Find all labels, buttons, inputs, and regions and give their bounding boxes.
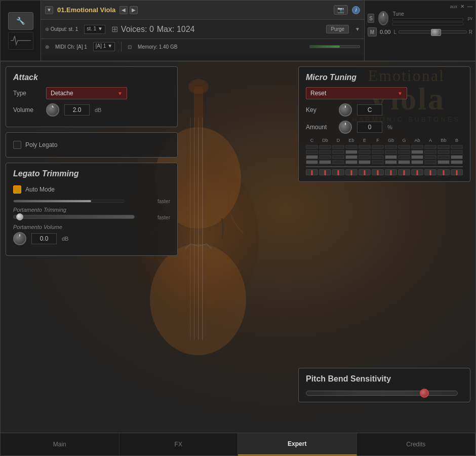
portamento-trim-thumb[interactable]	[16, 213, 23, 220]
faster-label-1: faster	[157, 199, 170, 204]
tuning-cell	[398, 145, 410, 149]
tuning-col-upper-Gb[interactable]	[385, 145, 397, 164]
waveform-icon	[8, 32, 33, 50]
mute-button[interactable]: M	[368, 27, 377, 36]
tab-main[interactable]: Main	[1, 433, 120, 455]
legato-section: Legato Trimming Auto Mode faster Portame…	[6, 163, 178, 256]
tuning-cell	[424, 145, 437, 149]
tuning-slider-B[interactable]	[451, 169, 463, 175]
tuning-col-upper-C[interactable]	[306, 145, 318, 164]
tuning-cell	[424, 155, 437, 159]
poly-legato-section: Poly Legato	[6, 132, 178, 158]
volume-value-box[interactable]: 2.0	[64, 104, 90, 116]
tuning-slider-Eb[interactable]	[345, 169, 358, 175]
key-value-box[interactable]: C	[357, 104, 382, 116]
master-knob[interactable]	[378, 11, 388, 25]
left-panel: Attack Type Detache ▼ Volume 2.0 dB	[6, 66, 178, 261]
nav-arrows: ◀ ▶	[120, 6, 138, 14]
key-knob[interactable]	[339, 103, 352, 117]
midi-ch-value: MIDI Ch: [A] 1	[55, 44, 87, 50]
tuning-col-upper-D[interactable]	[332, 145, 344, 164]
nav-prev-button[interactable]: ◀	[120, 6, 128, 14]
tuning-cell	[398, 155, 410, 159]
tuning-col-upper-G[interactable]	[398, 145, 410, 164]
attack-title: Attack	[13, 73, 170, 82]
poly-legato-label: Poly Legato	[25, 141, 57, 148]
tuning-col-upper-Bb[interactable]	[438, 145, 450, 164]
settings-icon[interactable]: 🔧	[8, 12, 33, 30]
level-bar-r	[392, 22, 463, 25]
tuning-col-upper-Eb[interactable]	[345, 145, 358, 164]
nav-triangle-icon[interactable]: ▼	[45, 6, 53, 14]
right-panel: Micro Tuning Reset ▼ Key C	[298, 66, 470, 187]
portamento-vol-knob[interactable]	[13, 232, 26, 245]
pitch-bend-thumb[interactable]	[420, 389, 429, 398]
attack-section: Attack Type Detache ▼ Volume 2.0 dB	[6, 66, 178, 127]
tuning-cell	[438, 160, 450, 164]
tuning-col-upper-B[interactable]	[451, 145, 463, 164]
note-key-Gb: Gb	[385, 138, 397, 143]
type-dropdown[interactable]: Detache ▼	[46, 87, 127, 99]
tuning-cell	[332, 150, 344, 154]
purge-button[interactable]: Purge	[326, 25, 349, 33]
tuning-col-upper-E[interactable]	[359, 145, 371, 164]
tuning-col-upper-Db[interactable]	[319, 145, 331, 164]
tuning-cell	[424, 150, 437, 154]
tuning-col-upper-Ab[interactable]	[411, 145, 423, 164]
key-row: Key C	[306, 103, 463, 117]
tuning-slider-C[interactable]	[306, 169, 318, 175]
micro-tuning-title: Micro Tuning	[306, 73, 463, 82]
portamento-trimming-label: Portamento Trimming	[13, 207, 170, 213]
volume-knob[interactable]	[46, 103, 59, 117]
tuning-cell	[385, 155, 397, 159]
tuning-slider-Db[interactable]	[319, 169, 331, 175]
tuning-slider-A[interactable]	[424, 169, 437, 175]
tuning-cell	[332, 155, 344, 159]
amount-value-box[interactable]: 0	[357, 122, 382, 133]
tuning-cell	[451, 155, 463, 159]
tuning-cell	[372, 160, 384, 164]
tuning-slider-G[interactable]	[398, 169, 410, 175]
svg-point-8	[188, 79, 209, 94]
auto-mode-label: Auto Mode	[25, 186, 55, 193]
portamento-volume-row: 0.0 dB	[13, 232, 170, 245]
max-value: Max: 1024	[157, 25, 195, 34]
level-bar-l	[392, 18, 463, 21]
tuning-cell	[359, 155, 371, 159]
tab-fx[interactable]: FX	[120, 433, 239, 455]
portamento-trim-slider[interactable]	[13, 215, 135, 219]
tuning-slider-Bb[interactable]	[438, 169, 450, 175]
info-button[interactable]: i	[352, 6, 360, 14]
tab-credits[interactable]: Credits	[357, 433, 476, 455]
tuning-cell	[306, 150, 318, 154]
tuning-slider-Ab[interactable]	[411, 169, 423, 175]
tuning-indicator-icon	[351, 170, 352, 175]
auto-mode-checkbox[interactable]	[13, 185, 21, 194]
tuning-slider-E[interactable]	[359, 169, 371, 175]
tuning-col-upper-A[interactable]	[424, 145, 437, 164]
tuning-slider-D[interactable]	[332, 169, 344, 175]
nav-next-button[interactable]: ▶	[130, 6, 138, 14]
tuning-cell	[372, 150, 384, 154]
tuning-cell	[411, 150, 423, 154]
micro-tuning-preset-dropdown[interactable]: Reset ▼	[306, 87, 407, 99]
poly-legato-row: Poly Legato	[13, 139, 170, 151]
pitch-bend-slider[interactable]	[306, 391, 458, 396]
note-key-Bb: Bb	[438, 138, 450, 143]
amount-knob[interactable]	[339, 121, 352, 134]
camera-button[interactable]: 📷	[334, 5, 348, 15]
tuning-cell	[319, 160, 331, 164]
tuning-col-upper-F[interactable]	[372, 145, 384, 164]
tune-label: Tune	[392, 11, 463, 17]
tab-expert[interactable]: Expert	[238, 433, 357, 455]
tuning-slider-F[interactable]	[372, 169, 384, 175]
output-label: ⊕	[45, 26, 51, 32]
solo-button[interactable]: S	[368, 14, 374, 23]
tuning-slider-Gb[interactable]	[385, 169, 397, 175]
output-select[interactable]: st. 1 ▼	[84, 25, 105, 34]
main-content: Emotional Viola HARMONIC SUBTONES Attack…	[1, 61, 475, 433]
midi-select[interactable]: [A] 1 ▼	[93, 42, 115, 51]
memory-value: Memory: 1.40 GB	[138, 44, 177, 50]
poly-legato-checkbox[interactable]	[13, 141, 21, 149]
portamento-vol-value-box[interactable]: 0.0	[31, 233, 57, 244]
